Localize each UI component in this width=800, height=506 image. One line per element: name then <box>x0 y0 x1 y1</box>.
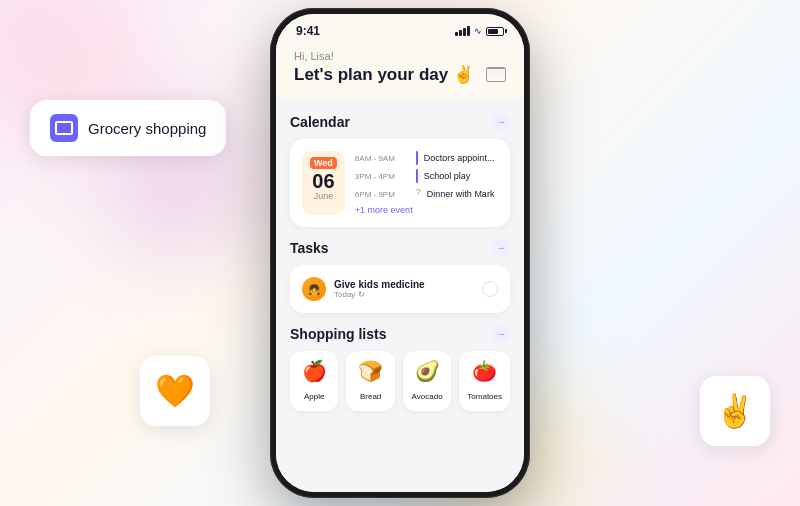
peace-floating-card: ✌️ <box>700 376 770 446</box>
more-events-link[interactable]: +1 more event <box>355 205 498 215</box>
task-avatar: 👧 <box>302 277 326 301</box>
event-dot-2 <box>416 169 418 183</box>
heart-floating-card: 🧡 <box>140 356 210 426</box>
shopping-title: Shopping lists <box>290 326 386 342</box>
event-row-2: 3PM - 4PM School play <box>355 169 498 183</box>
bread-name: Bread <box>360 392 381 401</box>
calendar-arrow-icon: → <box>497 117 506 127</box>
grocery-label: Grocery shopping <box>88 120 206 137</box>
events-list: 8AM - 9AM Doctors appoint... 3PM - 4PM S… <box>355 151 498 215</box>
event-dot-3: ? <box>416 187 421 201</box>
date-badge: Wed 06 June <box>302 151 345 215</box>
tasks-arrow-button[interactable]: → <box>492 239 510 257</box>
event-name-1: Doctors appoint... <box>424 153 495 163</box>
shopping-section: Shopping lists → 🍎 Apple 🍞 Bread <box>290 325 510 411</box>
status-time: 9:41 <box>296 24 320 38</box>
tasks-title: Tasks <box>290 240 329 256</box>
tasks-arrow-icon: → <box>497 243 506 253</box>
event-name-2: School play <box>424 171 471 181</box>
calendar-card: Wed 06 June 8AM - 9AM Doctors appoint...… <box>290 139 510 227</box>
calendar-arrow-button[interactable]: → <box>492 113 510 131</box>
date-number: 06 <box>310 171 337 191</box>
grocery-floating-card: Grocery shopping <box>30 100 226 156</box>
task-name: Give kids medicine <box>334 279 474 290</box>
shopping-items-list: 🍎 Apple 🍞 Bread 🥑 Avocado 🍅 Tomatoes <box>290 351 510 411</box>
shopping-item-tomatoes[interactable]: 🍅 Tomatoes <box>459 351 510 411</box>
greeting-text: Hi, Lisa! <box>294 50 506 62</box>
event-time-1: 8AM - 9AM <box>355 154 410 163</box>
battery-fill <box>488 29 498 34</box>
shopping-section-header: Shopping lists → <box>290 325 510 343</box>
bread-emoji: 🍞 <box>354 359 386 383</box>
task-info: Give kids medicine Today ↻ <box>334 279 474 299</box>
tomatoes-name: Tomatoes <box>467 392 502 401</box>
calendar-icon <box>50 114 78 142</box>
day-label: Wed <box>310 157 337 169</box>
tasks-card: 👧 Give kids medicine Today ↻ <box>290 265 510 313</box>
shopping-arrow-icon: → <box>497 329 506 339</box>
event-row-3: 6PM - 9PM ? Dinner with Mark <box>355 187 498 201</box>
apple-emoji: 🍎 <box>298 359 330 383</box>
heart-emoji: 🧡 <box>155 372 195 410</box>
avocado-name: Avocado <box>412 392 443 401</box>
phone-frame: 9:41 ∿ Hi, Lisa! Let's plan your day ✌️ <box>270 8 530 498</box>
status-icons: ∿ <box>455 26 504 36</box>
repeat-icon: ↻ <box>358 290 365 299</box>
task-item: 👧 Give kids medicine Today ↻ <box>302 277 498 301</box>
shopping-item-bread[interactable]: 🍞 Bread <box>346 351 394 411</box>
shopping-item-apple[interactable]: 🍎 Apple <box>290 351 338 411</box>
task-date-text: Today <box>334 290 355 299</box>
status-bar: 9:41 ∿ <box>276 14 524 42</box>
event-name-3: Dinner with Mark <box>427 189 495 199</box>
shopping-arrow-button[interactable]: → <box>492 325 510 343</box>
main-content[interactable]: Calendar → Wed 06 June 8AM - 9AM <box>276 99 524 492</box>
apple-name: Apple <box>304 392 324 401</box>
title-row: Let's plan your day ✌️ <box>294 64 506 85</box>
month-label: June <box>310 191 337 201</box>
calendar-section-header: Calendar → <box>290 113 510 131</box>
task-date: Today ↻ <box>334 290 474 299</box>
mail-icon[interactable] <box>486 67 506 82</box>
phone-screen: 9:41 ∿ Hi, Lisa! Let's plan your day ✌️ <box>276 14 524 492</box>
calendar-content: Wed 06 June 8AM - 9AM Doctors appoint...… <box>302 151 498 215</box>
event-row: 8AM - 9AM Doctors appoint... <box>355 151 498 165</box>
event-time-3: 6PM - 9PM <box>355 190 410 199</box>
event-time-2: 3PM - 4PM <box>355 172 410 181</box>
wifi-icon: ∿ <box>474 26 482 36</box>
event-dot-1 <box>416 151 418 165</box>
task-checkbox[interactable] <box>482 281 498 297</box>
battery-icon <box>486 27 504 36</box>
task-avatar-emoji: 👧 <box>308 284 320 295</box>
calendar-title: Calendar <box>290 114 350 130</box>
tomatoes-emoji: 🍅 <box>467 359 502 383</box>
peace-emoji: ✌️ <box>715 392 755 430</box>
avocado-emoji: 🥑 <box>411 359 443 383</box>
header: Hi, Lisa! Let's plan your day ✌️ <box>276 42 524 99</box>
main-title: Let's plan your day ✌️ <box>294 64 474 85</box>
tasks-section-header: Tasks → <box>290 239 510 257</box>
signal-bars-icon <box>455 26 470 36</box>
shopping-item-avocado[interactable]: 🥑 Avocado <box>403 351 451 411</box>
